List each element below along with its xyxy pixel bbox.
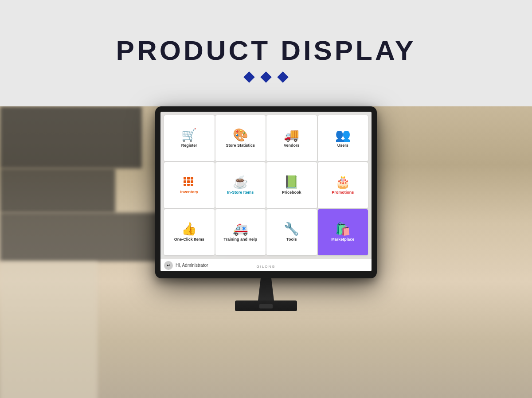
tools-label: Tools <box>286 237 297 242</box>
marketplace-icon: 🛍️ <box>335 223 351 235</box>
tile-vendors[interactable]: 🚚 Vendors <box>266 115 317 161</box>
top-section: PRODUCT DISPLAY <box>0 0 532 106</box>
monitor-screen: 🛒 Register 🎨 Store Statistics 🚚 Vendors <box>160 112 372 271</box>
training-help-label: Training and Help <box>223 237 257 242</box>
diamond-1 <box>243 71 254 82</box>
tile-marketplace[interactable]: 🛍️ Marketplace <box>318 209 368 255</box>
vendors-label: Vendors <box>284 143 300 148</box>
monitor-brand-label: GILONG <box>256 265 275 269</box>
training-help-icon: 🚑 <box>233 223 248 235</box>
monitor-frame: 🛒 Register 🎨 Store Statistics 🚚 Vendors <box>155 106 377 278</box>
tile-register[interactable]: 🛒 Register <box>164 115 215 161</box>
instore-items-label: In-Store Items <box>227 190 254 195</box>
svg-rect-5 <box>191 180 193 183</box>
status-user-text: Hi, Administrator <box>176 263 208 268</box>
user-avatar-icon: ↩ <box>164 261 173 270</box>
pricebook-label: Pricebook <box>282 190 301 195</box>
instore-items-icon: ☕ <box>233 176 248 188</box>
bg-door-frame <box>0 261 98 398</box>
tile-one-click-items[interactable]: 👍 One-Click Items <box>164 209 215 255</box>
promotions-icon: 🎂 <box>335 176 351 188</box>
register-icon: 🛒 <box>181 129 197 141</box>
pos-application: 🛒 Register 🎨 Store Statistics 🚚 Vendors <box>160 112 372 271</box>
bg-chalkboard-left <box>0 106 142 168</box>
svg-rect-7 <box>187 184 190 186</box>
marketplace-label: Marketplace <box>331 237 354 242</box>
svg-rect-4 <box>187 180 190 183</box>
diamond-2 <box>260 71 271 82</box>
diamond-3 <box>277 71 288 82</box>
promotions-label: Promotions <box>332 190 354 195</box>
bg-chalkboard-center <box>0 168 115 213</box>
svg-rect-0 <box>184 177 186 179</box>
decorative-diamonds <box>245 73 287 81</box>
one-click-items-icon: 👍 <box>181 223 197 235</box>
pos-menu-grid: 🛒 Register 🎨 Store Statistics 🚚 Vendors <box>160 112 372 259</box>
tile-instore-items[interactable]: ☕ In-Store Items <box>215 162 266 208</box>
svg-rect-3 <box>184 180 186 183</box>
tile-pricebook[interactable]: 📗 Pricebook <box>266 162 317 208</box>
tile-promotions[interactable]: 🎂 Promotions <box>318 162 368 208</box>
one-click-items-label: One-Click Items <box>174 237 204 242</box>
inventory-icon <box>183 176 196 188</box>
store-statistics-icon: 🎨 <box>233 129 248 141</box>
svg-rect-6 <box>184 184 186 186</box>
tools-icon: 🔧 <box>284 223 299 235</box>
inventory-label: Inventory <box>180 190 198 195</box>
tile-users[interactable]: 👥 Users <box>318 115 368 161</box>
register-label: Register <box>181 143 197 148</box>
svg-rect-8 <box>191 184 193 186</box>
users-icon: 👥 <box>335 129 351 141</box>
store-statistics-label: Store Statistics <box>226 143 255 148</box>
monitor-stand-base <box>235 300 297 311</box>
tile-training-help[interactable]: 🚑 Training and Help <box>215 209 266 255</box>
users-label: Users <box>337 143 348 148</box>
vendors-icon: 🚚 <box>284 129 299 141</box>
page-title: PRODUCT DISPLAY <box>116 35 416 66</box>
tile-inventory[interactable]: Inventory <box>164 162 215 208</box>
svg-rect-1 <box>187 177 190 179</box>
monitor-container: 🛒 Register 🎨 Store Statistics 🚚 Vendors <box>155 106 377 311</box>
tile-store-statistics[interactable]: 🎨 Store Statistics <box>215 115 266 161</box>
monitor-stand-neck <box>253 278 279 300</box>
page-wrapper: PRODUCT DISPLAY 🛒 <box>0 0 532 398</box>
pricebook-icon: 📗 <box>284 176 299 188</box>
svg-rect-2 <box>191 177 193 179</box>
tile-tools[interactable]: 🔧 Tools <box>266 209 317 255</box>
